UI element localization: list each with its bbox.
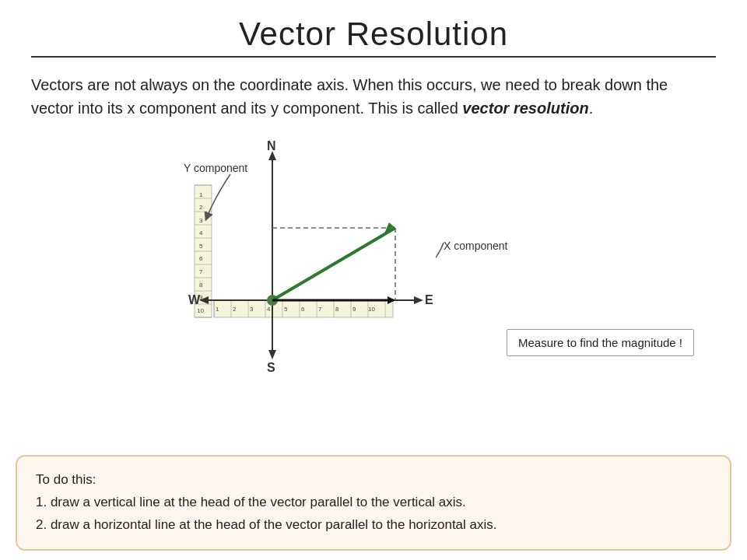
svg-text:5: 5 xyxy=(284,306,288,313)
measure-box: Measure to find the magnitude ! xyxy=(507,329,694,356)
diagram-svg: 1 2 3 4 5 6 7 8 9 10 1 2 xyxy=(171,138,498,380)
page: Vector Resolution Vectors are not always… xyxy=(0,0,747,560)
svg-text:3: 3 xyxy=(199,217,203,224)
svg-text:5: 5 xyxy=(199,243,203,250)
svg-text:10: 10 xyxy=(197,307,204,314)
svg-line-55 xyxy=(272,228,395,300)
svg-text:6: 6 xyxy=(301,306,305,313)
intro-paragraph: Vectors are not always on the coordinate… xyxy=(31,73,669,120)
title-area: Vector Resolution xyxy=(31,16,716,58)
svg-text:7: 7 xyxy=(199,268,203,275)
svg-text:N: N xyxy=(267,139,276,152)
bottom-line1: To do this: xyxy=(36,469,711,492)
bottom-line2: 1. draw a vertical line at the head of t… xyxy=(36,492,711,514)
page-title: Vector Resolution xyxy=(31,16,716,53)
svg-text:6: 6 xyxy=(199,255,203,262)
diagram-area: Y component X component 1 2 3 4 5 6 7 xyxy=(31,138,716,387)
svg-text:4: 4 xyxy=(199,229,203,236)
svg-text:9: 9 xyxy=(352,306,356,313)
intro-bold-italic: vector resolution xyxy=(462,100,588,117)
svg-marker-48 xyxy=(414,296,423,304)
svg-text:E: E xyxy=(425,293,433,306)
svg-text:8: 8 xyxy=(335,306,339,313)
svg-text:1: 1 xyxy=(199,191,203,198)
title-underline xyxy=(31,56,716,58)
svg-text:2: 2 xyxy=(199,204,203,211)
bottom-line3: 2. draw a horizontal line at the head of… xyxy=(36,514,711,537)
svg-text:S: S xyxy=(267,361,275,374)
measure-text: Measure to find the magnitude ! xyxy=(518,336,682,349)
svg-text:10: 10 xyxy=(368,306,375,313)
intro-text-part2: . xyxy=(589,100,594,117)
svg-marker-46 xyxy=(268,350,276,359)
svg-text:7: 7 xyxy=(318,306,322,313)
svg-text:8: 8 xyxy=(199,282,203,289)
svg-text:3: 3 xyxy=(250,306,254,313)
svg-text:4: 4 xyxy=(267,306,271,313)
bottom-instruction-box: To do this: 1. draw a vertical line at t… xyxy=(16,455,731,551)
svg-text:W: W xyxy=(188,293,201,306)
svg-text:2: 2 xyxy=(233,306,237,313)
svg-text:1: 1 xyxy=(216,306,219,313)
